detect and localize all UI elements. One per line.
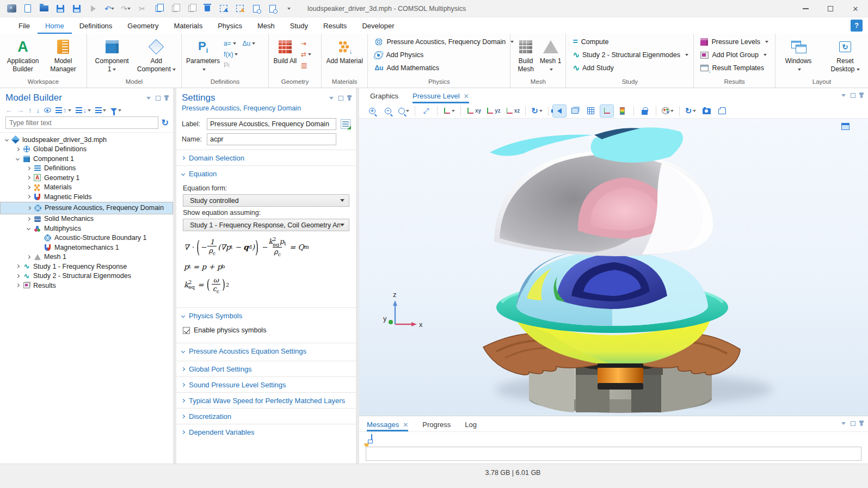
tab-study[interactable]: Study [282, 17, 316, 34]
paste-icon[interactable] [168, 2, 182, 15]
enable-physics-symbols-checkbox[interactable] [183, 327, 190, 334]
minimize-button[interactable] [793, 0, 818, 17]
show-icon[interactable] [44, 108, 51, 113]
nonlocal-couplings-button[interactable]: Δu [241, 39, 257, 48]
print-icon[interactable] [716, 105, 729, 117]
tab-messages[interactable]: Messages✕ [367, 421, 408, 431]
snapshot-icon[interactable] [700, 105, 713, 117]
label-input[interactable] [207, 118, 336, 130]
tab-log[interactable]: Log [465, 421, 477, 431]
mesh-1-button[interactable]: Mesh 1 [539, 35, 563, 73]
tree-item[interactable]: loudspeaker_driver_3d.mph [0, 135, 173, 145]
panel-maximize-icon[interactable] [851, 93, 855, 98]
help-button[interactable]: ? [851, 20, 863, 32]
panel-pin-icon[interactable] [860, 421, 863, 426]
panel-maximize-icon[interactable] [156, 96, 161, 101]
maximize-button[interactable] [818, 0, 843, 17]
import-geometry-icon[interactable]: ⇥ [299, 39, 313, 48]
tree-item[interactable]: Solid Mechanics [0, 214, 173, 224]
panel-pin-icon[interactable] [860, 92, 863, 98]
section-typical-wave-speed[interactable]: Typical Wave Speed for Perfectly Matched… [176, 392, 356, 408]
save-as-icon[interactable] [70, 2, 84, 15]
section-pressure-acoustics-equation-settings[interactable]: Pressure Acoustics Equation Settings [176, 343, 356, 361]
tree-item-selected[interactable]: Pressure Acoustics, Frequency Domain [0, 202, 173, 214]
functions-button[interactable]: f(x) [222, 50, 239, 59]
tree-item[interactable]: Global Definitions [0, 145, 173, 155]
tab-progress[interactable]: Progress [422, 421, 451, 431]
panel-maximize-icon[interactable] [338, 96, 343, 101]
tree-item[interactable]: Magnetic Fields [0, 192, 173, 202]
tree-item[interactable]: Component 1 [0, 154, 173, 164]
panel-maximize-icon[interactable] [851, 421, 855, 426]
tree-item[interactable]: Materials [0, 183, 173, 193]
run-icon[interactable] [86, 2, 100, 15]
tree-item[interactable]: ∿ Study 1 - Frequency Response [0, 262, 173, 271]
preview-icon[interactable] [266, 2, 280, 15]
section-domain-selection[interactable]: Domain Selection [176, 150, 356, 165]
lock-icon[interactable] [638, 105, 651, 117]
delete-icon[interactable] [200, 2, 214, 15]
physics-interface-button[interactable]: Pressure Acoustics, Frequency Domain [371, 35, 517, 48]
back-icon[interactable]: ← [5, 106, 13, 114]
application-builder-button[interactable]: A Application Builder [3, 35, 42, 73]
tree-item[interactable]: A Geometry 1 [0, 173, 173, 183]
variables-button[interactable]: a= [222, 39, 239, 48]
zoom-extents-icon[interactable]: ⤢ [420, 105, 433, 117]
tab-graphics[interactable]: Graphics [370, 92, 398, 103]
tree-item[interactable]: Acoustic-Structure Boundary 1 [0, 233, 173, 243]
reset-desktop-button[interactable]: ↻ Reset Desktop [826, 35, 865, 73]
windows-button[interactable]: Windows [779, 35, 818, 73]
tree-item[interactable]: Results [0, 281, 173, 291]
show-equation-select[interactable]: Study 1 - Frequency Response, Coil Geome… [183, 219, 349, 231]
name-input[interactable] [207, 133, 336, 145]
find-icon[interactable] [249, 2, 263, 15]
update-plot-icon[interactable]: ↻ [684, 105, 698, 117]
tree-item[interactable]: Definitions [0, 164, 173, 174]
section-discretization[interactable]: Discretization [176, 408, 356, 424]
panel-menu-icon[interactable] [146, 97, 151, 100]
section-equation[interactable]: Equation Equation form: Study controlled… [176, 165, 356, 307]
refresh-icon[interactable]: ↻ [162, 118, 169, 128]
move-down-icon[interactable]: ↓ [36, 106, 40, 114]
open-in-window-icon[interactable] [371, 435, 372, 442]
add-physics-button[interactable]: Add Physics [371, 48, 427, 61]
graphics-canvas[interactable]: z x y [359, 119, 868, 416]
show-axes-icon[interactable] [600, 105, 613, 117]
panel-pin-icon[interactable] [348, 95, 350, 101]
build-all-geometry-button[interactable]: Build All [272, 35, 298, 65]
rename-icon[interactable] [341, 119, 350, 129]
zoom-box-icon[interactable] [397, 105, 410, 117]
equation-form-select[interactable]: Study controlled [183, 194, 349, 207]
close-button[interactable]: ✕ [843, 0, 868, 17]
view-xy-icon[interactable]: xy [465, 105, 482, 117]
add-component-button[interactable]: Add Component [137, 35, 176, 73]
grid-icon[interactable] [584, 105, 598, 117]
section-dependent-variables[interactable]: Dependent Variables [176, 424, 356, 440]
close-tab-icon[interactable]: ✕ [464, 92, 469, 100]
tab-results[interactable]: Results [316, 17, 354, 34]
add-study-button[interactable]: ∿ Add Study [569, 61, 617, 75]
move-up-icon[interactable]: ↑ [28, 106, 32, 114]
panel-pin-icon[interactable] [165, 95, 168, 101]
tree-filter-input[interactable] [5, 116, 158, 129]
tree-item[interactable]: Mesh 1 [0, 252, 173, 262]
build-mesh-button[interactable]: Build Mesh [514, 35, 538, 73]
color-legend-icon[interactable] [616, 105, 629, 117]
tab-definitions[interactable]: Definitions [72, 17, 120, 34]
component-1-button[interactable]: Component 1 [93, 35, 132, 73]
add-plot-group-button[interactable]: Add Plot Group [697, 48, 769, 61]
add-mathematics-button[interactable]: Δu Add Mathematics [371, 61, 442, 75]
tab-materials[interactable]: Materials [166, 17, 210, 34]
tab-physics[interactable]: Physics [210, 17, 250, 34]
panel-menu-icon[interactable] [329, 97, 334, 100]
collapse-icon[interactable]: ↓ [76, 106, 91, 114]
compute-button[interactable]: = Compute [569, 35, 612, 48]
undo-icon[interactable]: ↶ [102, 2, 116, 15]
view-yz-icon[interactable]: yz [485, 105, 502, 117]
section-sound-pressure-level-settings[interactable]: Sound Pressure Level Settings [176, 376, 356, 392]
close-tab-icon[interactable]: ✕ [403, 421, 408, 429]
section-physics-symbols[interactable]: Physics Symbols Enable physics symbols [176, 307, 356, 343]
tab-mesh[interactable]: Mesh [250, 17, 282, 34]
box-select-icon[interactable] [217, 2, 231, 15]
enable-physics-symbols-row[interactable]: Enable physics symbols [183, 324, 349, 336]
